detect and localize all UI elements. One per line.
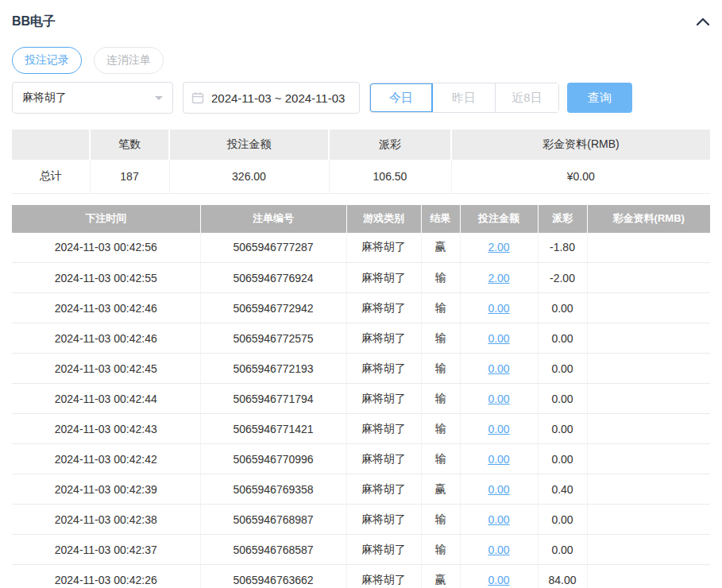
table-row: 2024-11-03 00:42:45 5065946772193 麻将胡了 输…	[12, 354, 710, 384]
cell-bet-time: 2024-11-03 00:42:55	[12, 263, 200, 293]
cell-game-category: 麻将胡了	[346, 505, 421, 535]
bet-amount-link[interactable]: 0.00	[488, 362, 509, 375]
table-row: 2024-11-03 00:42:38 5065946768987 麻将胡了 输…	[12, 505, 710, 535]
collapse-button[interactable]	[696, 17, 710, 26]
caret-down-icon	[155, 96, 163, 104]
cell-bet-time: 2024-11-03 00:42:46	[12, 323, 200, 354]
bet-amount-link[interactable]: 0.00	[488, 423, 509, 435]
shortcut-yesterday[interactable]: 昨日	[433, 83, 496, 112]
query-button[interactable]: 查询	[567, 83, 632, 113]
cell-payout: 0.00	[538, 505, 587, 535]
table-column-header: 彩金资料(RMB)	[587, 205, 710, 233]
cell-bet-time: 2024-11-03 00:42:26	[12, 565, 200, 588]
shortcut-label: 昨日	[452, 91, 476, 104]
cell-bet-amount: 0.00	[460, 323, 538, 354]
cell-result: 输	[421, 444, 460, 474]
cell-bet-time: 2024-11-03 00:42:37	[12, 535, 200, 565]
bet-amount-link[interactable]: 2.00	[488, 241, 509, 253]
cell-game-category: 麻将胡了	[346, 414, 421, 444]
tab-label: 投注记录	[25, 53, 69, 68]
cell-result: 输	[421, 535, 460, 565]
shortcut-label: 近8日	[512, 91, 542, 104]
cell-result: 输	[421, 263, 460, 293]
cell-bonus	[587, 233, 710, 263]
date-range-input[interactable]: 2024-11-03 ~ 2024-11-03	[183, 82, 360, 114]
cell-order-number: 5065946776924	[200, 263, 346, 293]
bet-amount-link[interactable]: 0.00	[488, 393, 509, 405]
bet-records-table: 下注时间注单编号游戏类别结果投注金额派彩彩金资料(RMB) 2024-11-03…	[12, 205, 710, 588]
cell-game-category: 麻将胡了	[346, 354, 421, 384]
bet-amount-link[interactable]: 0.00	[488, 483, 509, 496]
cell-bet-amount: 2.00	[460, 263, 538, 293]
cell-bonus	[587, 293, 710, 323]
cell-bonus	[587, 505, 710, 535]
bet-amount-link[interactable]: 2.00	[488, 272, 509, 284]
cell-bet-amount: 0.00	[460, 505, 538, 535]
tab-bet-records[interactable]: 投注记录	[12, 47, 82, 74]
game-select-value: 麻将胡了	[22, 91, 67, 105]
bet-amount-link[interactable]: 0.00	[488, 302, 509, 315]
cell-bonus	[587, 444, 710, 474]
cell-result: 输	[421, 354, 460, 384]
cell-bet-time: 2024-11-03 00:42:45	[12, 354, 200, 384]
shortcut-today[interactable]: 今日	[370, 83, 433, 112]
tabs: 投注记录 连消注单	[12, 47, 710, 74]
cell-order-number: 5065946771794	[200, 384, 346, 414]
cell-payout: 84.00	[538, 565, 587, 588]
summary-column-header: 投注金额	[169, 130, 329, 160]
table-row: 2024-11-03 00:42:42 5065946770996 麻将胡了 输…	[12, 444, 710, 474]
cell-payout: 0.00	[538, 384, 587, 414]
tab-label: 连消注单	[106, 53, 151, 68]
bet-amount-link[interactable]: 0.00	[488, 513, 509, 526]
cell-bet-time: 2024-11-03 00:42:56	[12, 233, 200, 263]
date-range-value: 2024-11-03 ~ 2024-11-03	[211, 91, 345, 105]
cell-bet-amount: 0.00	[460, 444, 538, 474]
cell-bonus	[587, 414, 710, 444]
summary-bonus: ¥0.00	[451, 160, 710, 193]
cell-order-number: 5065946772942	[200, 293, 346, 323]
table-row: 2024-11-03 00:42:46 5065946772942 麻将胡了 输…	[12, 293, 710, 323]
shortcut-last-8-days[interactable]: 近8日	[496, 83, 558, 112]
cell-order-number: 5065946763662	[200, 565, 346, 588]
cell-bet-amount: 0.00	[460, 474, 538, 505]
chevron-up-icon	[696, 17, 710, 26]
cell-bet-time: 2024-11-03 00:42:43	[12, 414, 200, 444]
cell-payout: -1.80	[538, 233, 587, 263]
bet-amount-link[interactable]: 0.00	[488, 453, 509, 466]
cell-game-category: 麻将胡了	[346, 233, 421, 263]
game-select[interactable]: 麻将胡了	[12, 82, 173, 114]
table-row: 2024-11-03 00:42:44 5065946771794 麻将胡了 输…	[12, 384, 710, 414]
cell-result: 输	[421, 323, 460, 354]
summary-bet-amount: 326.00	[169, 160, 329, 193]
bet-amount-link[interactable]: 0.00	[488, 574, 509, 586]
cell-order-number: 5065946769358	[200, 474, 346, 505]
cell-game-category: 麻将胡了	[346, 263, 421, 293]
table-column-header: 注单编号	[200, 205, 346, 233]
cell-bet-time: 2024-11-03 00:42:38	[12, 505, 200, 535]
tab-cascade-orders[interactable]: 连消注单	[94, 47, 164, 74]
cell-bet-amount: 0.00	[460, 414, 538, 444]
cell-result: 输	[421, 414, 460, 444]
table-row: 2024-11-03 00:42:26 5065946763662 麻将胡了 赢…	[12, 565, 710, 588]
cell-bonus	[587, 474, 710, 505]
summary-count: 187	[90, 160, 169, 193]
table-column-header: 投注金额	[460, 205, 538, 233]
calendar-icon	[191, 91, 204, 104]
cell-result: 赢	[421, 565, 460, 588]
table-header-row: 下注时间注单编号游戏类别结果投注金额派彩彩金资料(RMB)	[12, 205, 710, 233]
table-row: 2024-11-03 00:42:39 5065946769358 麻将胡了 赢…	[12, 474, 710, 505]
bet-amount-link[interactable]: 0.00	[488, 332, 509, 345]
cell-payout: 0.00	[538, 354, 587, 384]
cell-order-number: 5065946768987	[200, 505, 346, 535]
cell-result: 输	[421, 505, 460, 535]
bet-amount-link[interactable]: 0.00	[488, 544, 509, 556]
cell-bet-amount: 0.00	[460, 354, 538, 384]
cell-result: 输	[421, 293, 460, 323]
table-row: 2024-11-03 00:42:43 5065946771421 麻将胡了 输…	[12, 414, 710, 444]
summary-total-row: 总计 187 326.00 106.50 ¥0.00	[12, 160, 710, 193]
cell-bonus	[587, 535, 710, 565]
cell-order-number: 5065946768587	[200, 535, 346, 565]
cell-bonus	[587, 565, 710, 588]
summary-payout: 106.50	[329, 160, 451, 193]
cell-result: 赢	[421, 474, 460, 505]
